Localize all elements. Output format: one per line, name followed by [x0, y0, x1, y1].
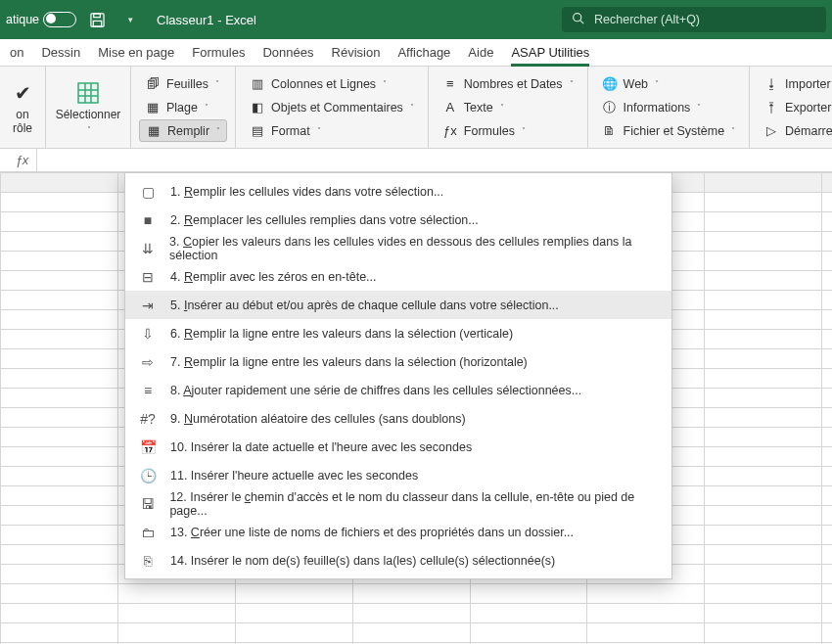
- cell[interactable]: [822, 467, 832, 486]
- cell[interactable]: [822, 193, 832, 212]
- cell[interactable]: [705, 467, 822, 486]
- cell[interactable]: [822, 271, 832, 291]
- importer-button[interactable]: ⭳Importer ˅: [758, 72, 832, 95]
- menu-item-9[interactable]: #?9. Numérotation aléatoire des cellules…: [125, 404, 671, 433]
- tab-mise-en-page[interactable]: Mise en page: [98, 41, 174, 66]
- tab-données[interactable]: Données: [262, 41, 313, 66]
- search-box[interactable]: Rechercher (Alt+Q): [562, 7, 826, 32]
- cell[interactable]: [587, 604, 705, 623]
- menu-item-6[interactable]: ⇩6. Remplir la ligne entre les valeurs d…: [125, 319, 671, 347]
- cell[interactable]: [1, 193, 118, 212]
- cell[interactable]: [705, 389, 822, 408]
- remplir-button[interactable]: ▦Remplir ˅: [139, 119, 227, 142]
- cell[interactable]: [705, 526, 822, 545]
- cell[interactable]: [822, 310, 832, 330]
- cell[interactable]: [822, 252, 832, 271]
- tab-asap-utilities[interactable]: ASAP Utilities: [511, 41, 589, 66]
- cell[interactable]: [1, 623, 118, 643]
- cell[interactable]: [822, 232, 832, 252]
- tab-on[interactable]: on: [10, 41, 23, 66]
- colonnes-et-lignes-button[interactable]: ▥Colonnes et Lignes ˅: [244, 72, 420, 95]
- formula-input[interactable]: [37, 149, 832, 171]
- menu-item-11[interactable]: 🕒11. Insérer l'heure actuelle avec les s…: [125, 461, 671, 489]
- menu-item-13[interactable]: 🗀13. Créer une liste de noms de fichiers…: [125, 518, 671, 546]
- select-button[interactable]: Sélectionner˅: [54, 70, 122, 144]
- cell[interactable]: [822, 545, 832, 565]
- fx-icon[interactable]: ƒx: [8, 149, 37, 171]
- qat-more-icon[interactable]: ▾: [117, 7, 143, 32]
- cell[interactable]: [705, 545, 822, 565]
- cell[interactable]: [705, 447, 822, 467]
- cell[interactable]: [822, 604, 832, 623]
- cell[interactable]: [1, 584, 118, 604]
- cell[interactable]: [1, 232, 118, 252]
- format-button[interactable]: ▤Format ˅: [244, 119, 420, 142]
- cell[interactable]: [1, 212, 118, 232]
- cell[interactable]: [470, 623, 587, 643]
- cell[interactable]: [822, 506, 832, 526]
- menu-item-2[interactable]: ■2. Remplacer les cellules remplies dans…: [125, 206, 671, 234]
- cell[interactable]: [352, 623, 470, 643]
- cell[interactable]: [822, 526, 832, 545]
- cell[interactable]: [822, 584, 832, 604]
- tab-formules[interactable]: Formules: [192, 41, 245, 66]
- cell[interactable]: [1, 506, 118, 526]
- cell[interactable]: [587, 623, 705, 643]
- cell[interactable]: [822, 212, 832, 232]
- cell[interactable]: [1, 545, 118, 565]
- cell[interactable]: [587, 584, 705, 604]
- menu-item-4[interactable]: ⊟4. Remplir avec les zéros en en-tête...: [125, 262, 671, 291]
- cell[interactable]: [1, 604, 118, 623]
- cell[interactable]: [705, 193, 822, 212]
- cell[interactable]: [705, 310, 822, 330]
- tab-dessin[interactable]: Dessin: [41, 41, 80, 66]
- cell[interactable]: [1, 428, 118, 447]
- cell[interactable]: [705, 428, 822, 447]
- cell[interactable]: [1, 486, 118, 506]
- formules-button[interactable]: ƒxFormules ˅: [437, 119, 579, 142]
- menu-item-1[interactable]: ▢1. Remplir les cellules vides dans votr…: [125, 177, 671, 206]
- cell[interactable]: [1, 467, 118, 486]
- column-header[interactable]: [705, 173, 822, 193]
- cell[interactable]: [705, 565, 822, 584]
- menu-item-3[interactable]: ⇊3. Copier les valeurs dans les cellules…: [125, 234, 671, 262]
- cell[interactable]: [1, 565, 118, 584]
- cell[interactable]: [705, 408, 822, 428]
- cell[interactable]: [705, 330, 822, 349]
- column-header[interactable]: [1, 173, 118, 193]
- menu-item-7[interactable]: ⇨7. Remplir la ligne entre les valeurs d…: [125, 347, 671, 376]
- cell[interactable]: [1, 271, 118, 291]
- cell[interactable]: [822, 369, 832, 389]
- cell[interactable]: [1, 369, 118, 389]
- exporter-button[interactable]: ⭱Exporter ˅: [758, 96, 832, 118]
- cell[interactable]: [352, 584, 470, 604]
- cell[interactable]: [705, 604, 822, 623]
- cell[interactable]: [1, 526, 118, 545]
- cell[interactable]: [1, 291, 118, 310]
- cell[interactable]: [470, 604, 587, 623]
- cell[interactable]: [705, 271, 822, 291]
- cell[interactable]: [705, 291, 822, 310]
- cell[interactable]: [705, 232, 822, 252]
- tab-affichage[interactable]: Affichage: [397, 41, 450, 66]
- cell[interactable]: [822, 623, 832, 643]
- tab-aide[interactable]: Aide: [468, 41, 493, 66]
- menu-item-10[interactable]: 📅10. Insérer la date actuelle et l'heure…: [125, 433, 671, 461]
- cell[interactable]: [117, 604, 235, 623]
- tab-révision[interactable]: Révision: [332, 41, 381, 66]
- démarrer-button[interactable]: ▷Démarrer ˅: [758, 119, 832, 142]
- cell[interactable]: [822, 389, 832, 408]
- cell[interactable]: [705, 506, 822, 526]
- web-button[interactable]: 🌐Web ˅: [596, 72, 742, 95]
- cell[interactable]: [1, 252, 118, 271]
- cell[interactable]: [822, 486, 832, 506]
- cell[interactable]: [822, 408, 832, 428]
- cell[interactable]: [235, 623, 352, 643]
- menu-item-12[interactable]: 🖫12. Insérer le chemin d'accès et le nom…: [125, 489, 671, 518]
- cell[interactable]: [1, 330, 118, 349]
- cell[interactable]: [117, 623, 235, 643]
- save-icon[interactable]: [84, 7, 110, 32]
- cell[interactable]: [1, 389, 118, 408]
- control-button[interactable]: ✔︎ on rôle: [8, 70, 37, 144]
- cell[interactable]: [705, 584, 822, 604]
